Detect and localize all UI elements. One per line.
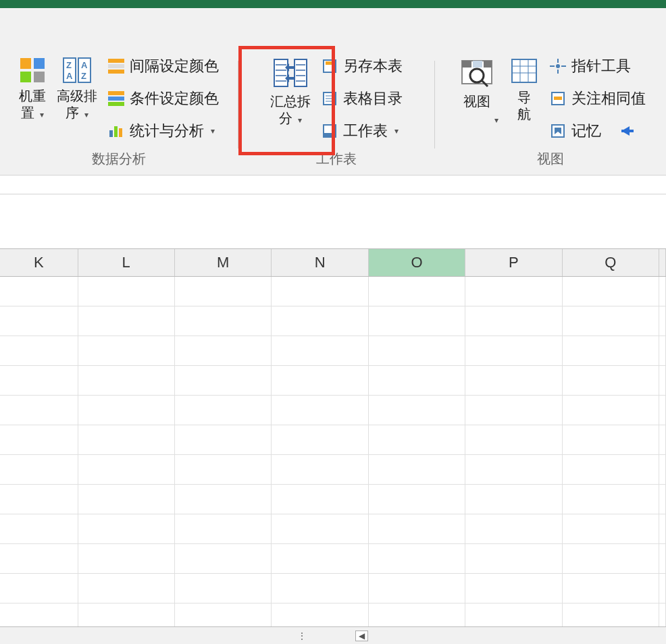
pointer-tool-button[interactable]: 指针工具 <box>546 54 650 78</box>
cell[interactable] <box>369 425 465 455</box>
cell[interactable] <box>659 485 666 514</box>
cell[interactable] <box>465 455 562 485</box>
cell[interactable] <box>563 485 659 514</box>
cell[interactable] <box>0 455 78 485</box>
cell[interactable] <box>272 366 368 396</box>
cell[interactable] <box>369 277 465 306</box>
cell[interactable] <box>563 277 659 306</box>
sheet-nav-dots[interactable]: ⋮ <box>297 630 315 641</box>
cell[interactable] <box>175 514 272 544</box>
cell[interactable] <box>465 574 562 603</box>
cell[interactable] <box>0 485 78 514</box>
cell[interactable] <box>465 425 562 455</box>
cell[interactable] <box>175 485 272 514</box>
column-header-O[interactable]: O <box>369 249 465 276</box>
cell[interactable] <box>78 574 175 603</box>
cell[interactable] <box>659 425 666 455</box>
cell[interactable] <box>78 306 175 336</box>
column-header-P[interactable]: P <box>465 249 562 276</box>
interval-color-button[interactable]: 间隔设定颜色 <box>104 54 223 78</box>
sheet-tab-bar[interactable]: ⋮ ◀ <box>0 626 666 644</box>
cell[interactable] <box>563 336 659 366</box>
column-header-N[interactable]: N <box>272 249 368 276</box>
cell[interactable] <box>563 514 659 544</box>
cell[interactable] <box>563 306 659 336</box>
cell[interactable] <box>659 396 666 425</box>
cell[interactable] <box>0 336 78 366</box>
cell[interactable] <box>175 306 272 336</box>
cell[interactable] <box>0 544 78 574</box>
cell[interactable] <box>272 544 368 574</box>
cell[interactable] <box>465 277 562 306</box>
cell[interactable] <box>369 396 465 425</box>
cell[interactable] <box>78 514 175 544</box>
spreadsheet-grid[interactable]: KLMNOPQ <box>0 248 666 633</box>
cell[interactable] <box>563 544 659 574</box>
navigation-button[interactable]: 导 航 <box>505 54 543 126</box>
cell[interactable] <box>465 514 562 544</box>
cell[interactable] <box>78 336 175 366</box>
cell[interactable] <box>369 455 465 485</box>
cell[interactable] <box>272 514 368 544</box>
cell[interactable] <box>272 306 368 336</box>
view-button[interactable]: 视图 ▾ <box>451 54 503 130</box>
cell[interactable] <box>659 306 666 336</box>
cell[interactable] <box>78 425 175 455</box>
cell[interactable] <box>78 544 175 574</box>
cell[interactable] <box>563 425 659 455</box>
cell[interactable] <box>175 425 272 455</box>
cell[interactable] <box>659 574 666 603</box>
cell[interactable] <box>272 485 368 514</box>
cell[interactable] <box>563 574 659 603</box>
summary-split-button[interactable]: 汇总拆 分 ▾ <box>266 54 315 130</box>
cell[interactable] <box>175 455 272 485</box>
cell[interactable] <box>0 574 78 603</box>
cell[interactable] <box>78 485 175 514</box>
cell[interactable] <box>369 366 465 396</box>
cell[interactable] <box>0 425 78 455</box>
cell[interactable] <box>465 306 562 336</box>
save-table-button[interactable]: 另存本表 <box>317 54 407 78</box>
cell[interactable] <box>175 544 272 574</box>
cell[interactable] <box>78 455 175 485</box>
cell[interactable] <box>272 425 368 455</box>
cell[interactable] <box>369 336 465 366</box>
cell[interactable] <box>659 336 666 366</box>
cell[interactable] <box>272 455 368 485</box>
worksheet-button[interactable]: 工作表 ▾ <box>317 119 407 143</box>
cell[interactable] <box>659 514 666 544</box>
arrow-left-icon[interactable] <box>616 124 635 138</box>
cell[interactable] <box>0 396 78 425</box>
cell[interactable] <box>175 366 272 396</box>
cell[interactable] <box>78 366 175 396</box>
cell[interactable] <box>465 396 562 425</box>
cell[interactable] <box>369 544 465 574</box>
column-header-M[interactable]: M <box>175 249 272 276</box>
cell[interactable] <box>175 396 272 425</box>
stats-analysis-button[interactable]: 统计与分析 ▾ <box>104 119 223 143</box>
cell[interactable] <box>369 514 465 544</box>
cell[interactable] <box>175 277 272 306</box>
cell[interactable] <box>78 396 175 425</box>
cell[interactable] <box>0 366 78 396</box>
cell[interactable] <box>0 306 78 336</box>
cell[interactable] <box>659 366 666 396</box>
cell[interactable] <box>563 396 659 425</box>
cell[interactable] <box>272 574 368 603</box>
cell[interactable] <box>175 336 272 366</box>
cell[interactable] <box>465 485 562 514</box>
cell[interactable] <box>175 574 272 603</box>
cell[interactable] <box>563 455 659 485</box>
cell[interactable] <box>0 514 78 544</box>
random-reset-button[interactable]: 机重 置 ▾ <box>15 54 50 124</box>
condition-color-button[interactable]: 条件设定颜色 <box>104 86 223 111</box>
column-header-Q[interactable]: Q <box>563 249 659 276</box>
cell[interactable] <box>659 455 666 485</box>
cell[interactable] <box>369 306 465 336</box>
grid-body[interactable] <box>0 277 666 633</box>
column-header-K[interactable]: K <box>0 249 78 276</box>
table-index-button[interactable]: 表格目录 <box>317 86 407 111</box>
cell[interactable] <box>659 277 666 306</box>
cell[interactable] <box>272 277 368 306</box>
cell[interactable] <box>465 544 562 574</box>
